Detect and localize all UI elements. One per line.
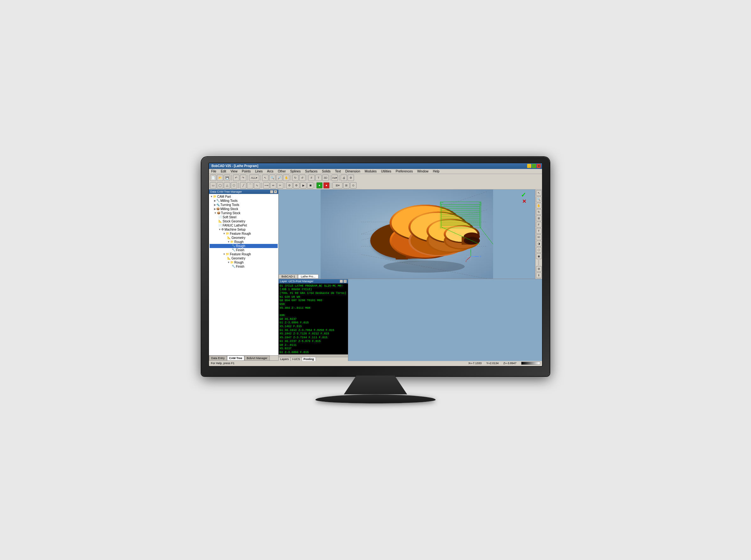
tree-item-finish-2[interactable]: 🔧 Finish (210, 264, 278, 268)
tree-item-milling-tools[interactable]: ▶ 🔧 Milling Tools (210, 199, 278, 203)
tree-item-machine-setup[interactable]: ▼ ⚙ Machine Setup (210, 227, 278, 232)
rt-rotate[interactable]: ↻ (536, 209, 542, 215)
expander-rough-group-2[interactable]: ▼ (227, 261, 230, 264)
expander-machine-setup[interactable]: ▼ (218, 228, 221, 231)
view-tab-bobcad[interactable]: BobCAD-1 (278, 274, 298, 279)
open-button[interactable]: 📂 (217, 175, 223, 181)
rotate-ccw[interactable]: ↺ (299, 175, 306, 181)
panel-pin-button[interactable]: - (270, 190, 273, 193)
tab-posting[interactable]: Posting (302, 357, 316, 361)
line3[interactable]: ∿ (254, 182, 260, 188)
code-panel-pin[interactable]: - (340, 280, 343, 283)
expander-milling-tools[interactable]: ▶ (214, 199, 216, 202)
zoom-out[interactable]: 🔎 (276, 175, 283, 181)
shape2[interactable]: ◯ (217, 182, 223, 188)
grid-btn[interactable]: ⊞ (343, 182, 349, 188)
menu-lines[interactable]: Lines (254, 169, 264, 173)
cam-btn1[interactable]: ⚙ (286, 182, 292, 188)
expander-rough-group-1[interactable]: ▼ (227, 240, 230, 243)
3d-viewport[interactable]: X Y Z ✓ ✕ (278, 189, 535, 279)
menu-help[interactable]: Help (432, 169, 440, 173)
redo-button[interactable]: ↷ (240, 175, 246, 181)
tree-item-fanuc[interactable]: 📄 FANUC LathePet (210, 223, 278, 227)
menu-preferences[interactable]: Preferences (395, 169, 414, 173)
tree-item-turning-stock[interactable]: ▼ 📦 Turning Stock (210, 211, 278, 215)
green-btn[interactable]: ● (316, 182, 323, 188)
shape3[interactable]: △ (224, 182, 230, 188)
code-panel-close[interactable]: ✕ (344, 280, 347, 283)
rt-zoom[interactable]: 🔍 (536, 197, 542, 202)
offset-btn[interactable]: ⟿ (263, 182, 269, 188)
expander-turning-stock[interactable]: ▼ (214, 212, 216, 215)
tree-item-rough-group-1[interactable]: ▼ 📁 Rough (210, 240, 278, 244)
menu-surfaces[interactable]: Surfaces (304, 169, 318, 173)
font-btn[interactable]: Aa▾ (331, 175, 338, 181)
menu-view[interactable]: View (230, 169, 238, 173)
view-select[interactable]: ⊞▾ (332, 182, 343, 188)
view-top[interactable]: T (315, 175, 322, 181)
rt-wire[interactable]: ⬡ (536, 247, 542, 253)
line1[interactable]: ╱ (240, 182, 246, 188)
rt-top[interactable]: T (536, 228, 542, 234)
print-btn[interactable]: 🖨 (341, 175, 347, 181)
menu-modules[interactable]: Modules (364, 169, 378, 173)
brightness-slider[interactable] (521, 362, 540, 365)
red-btn[interactable]: ● (323, 182, 330, 188)
expander-milling-stock[interactable]: ▶ (214, 207, 216, 211)
expander-feature-rough-1[interactable]: ▼ (223, 232, 226, 235)
menu-splines[interactable]: Splines (289, 169, 302, 173)
tree-item-feature-rough-2[interactable]: ▼ 📁 Feature Rough (210, 252, 278, 256)
tab-cam-tree[interactable]: CAM Tree (227, 356, 245, 360)
rt-shaded[interactable]: ◑ (536, 241, 542, 246)
menu-dimension[interactable]: Dimension (344, 169, 361, 173)
tab-layers[interactable]: Layers (278, 357, 291, 361)
tree-item-cam-part[interactable]: ▼ 📁 CAM Part (210, 195, 278, 199)
menu-file[interactable]: File (210, 169, 217, 173)
cursor-tool[interactable]: ↖ (262, 175, 269, 181)
menu-solids[interactable]: Solids (321, 169, 331, 173)
cam-btn4[interactable]: ⏹ (307, 182, 313, 188)
rt-settings[interactable]: ⚙ (536, 266, 542, 272)
view-front[interactable]: F (308, 175, 315, 181)
line2[interactable]: ⌒ (247, 182, 253, 188)
rt-select[interactable]: ↖ (536, 190, 542, 196)
code-display[interactable]: O1 (FILE LATHE PROGRAM.NC SL25-MC M0! (J… (278, 283, 348, 354)
rt-front[interactable]: F (536, 222, 542, 227)
settings-btn[interactable]: ⚙ (348, 175, 354, 181)
tree-item-rough-group-2[interactable]: ▼ 📁 Rough (210, 260, 278, 264)
rt-iso[interactable]: 3D (536, 235, 542, 240)
tree-item-milling-stock[interactable]: ▶ 📦 Milling Stock (210, 207, 278, 211)
rt-fit[interactable]: ⊞ (536, 216, 542, 221)
tree-item-geometry-2[interactable]: 📐 Geometry (210, 256, 278, 260)
view-iso[interactable]: 3D (322, 175, 329, 181)
maximize-button[interactable]: □ (532, 164, 536, 168)
zoom-in[interactable]: 🔍 (269, 175, 275, 181)
tree-item-feature-rough-1[interactable]: ▼ 📁 Feature Rough (210, 232, 278, 236)
view-tab-lathe[interactable]: Lathe Pro... (298, 274, 319, 279)
expander-cam-part[interactable]: ▼ (210, 195, 213, 198)
tree-item-geometry-1[interactable]: 📐 Geometry (210, 236, 278, 240)
rt-pan[interactable]: ✋ (536, 203, 542, 208)
trim-btn[interactable]: ✂ (277, 182, 283, 188)
tree-item-rough-selected[interactable]: 🔧 Rough (210, 244, 278, 248)
expander-feature-rough-2[interactable]: ▼ (223, 253, 226, 256)
tree-item-stock-geometry[interactable]: 📐 Stock Geometry (210, 219, 278, 223)
menu-utilities[interactable]: Utilities (380, 169, 392, 173)
cam-btn3[interactable]: ▶ (300, 182, 307, 188)
mirror-btn[interactable]: ⇔ (270, 182, 276, 188)
menu-other[interactable]: Other (277, 169, 287, 173)
tab-data-entry[interactable]: Data Entry (209, 356, 227, 360)
snap-btn[interactable]: ⊙ (350, 182, 357, 188)
panel-close-button[interactable]: ✕ (274, 190, 277, 193)
menu-points[interactable]: Points (241, 169, 252, 173)
rotate-cw[interactable]: ↻ (292, 175, 299, 181)
menu-window[interactable]: Window (416, 169, 430, 173)
menu-arcs[interactable]: Arcs (266, 169, 274, 173)
tab-ucs[interactable]: I-UCS (291, 357, 302, 361)
pan-tool[interactable]: ✋ (283, 175, 289, 181)
rt-info[interactable]: ℹ (536, 273, 542, 278)
shape4[interactable]: ⬡ (231, 182, 237, 188)
code-scrollbar-h[interactable] (278, 354, 348, 357)
menu-text[interactable]: Text (334, 169, 342, 173)
shape1[interactable]: ▭ (210, 182, 216, 188)
